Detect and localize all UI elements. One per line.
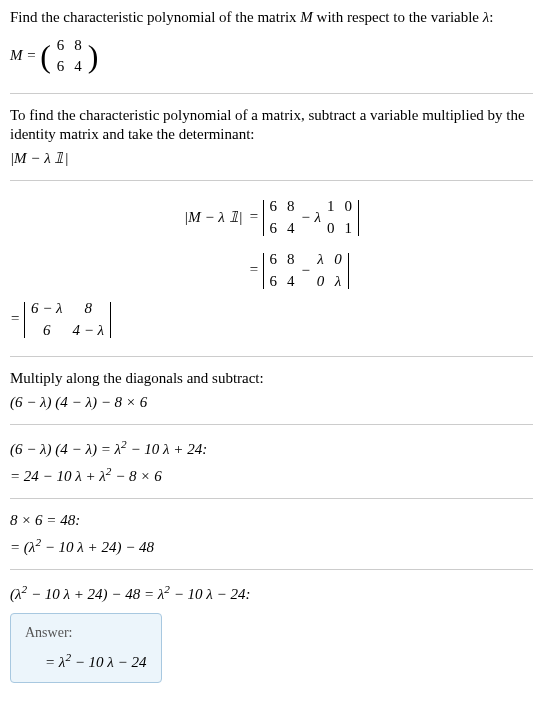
equals: = [249,208,263,224]
section-problem: Find the characteristic polynomial of th… [10,8,533,94]
det-final: 6 − λ 8 6 4 − λ [24,297,111,342]
cell: 4 [287,219,295,239]
matrix-cells: 6 − λ 8 6 4 − λ [25,297,110,342]
cell: 0 [327,219,335,239]
method-text: To find the characteristic polynomial of… [10,106,533,145]
rhs-row1: = 6 8 6 4 − λ 1 0 0 1 [249,193,533,242]
text: − 10 λ + 24) − 48 [41,539,154,555]
expr: (6 − λ) (4 − λ) − 8 × 6 [10,393,533,413]
section-diagonals: Multiply along the diagonals and subtrac… [10,369,533,425]
var-m: M [300,9,313,25]
text: − 10 λ + 24: [127,441,208,457]
cell: 6 [57,57,65,77]
matrix-definition: M = ( 6 8 6 4 ) [10,32,533,81]
text: − 10 λ + 24) − 48 = λ [27,586,164,602]
cell: 8 [287,250,295,270]
matrix-m: ( 6 8 6 4 ) [40,34,98,79]
cell: λ [334,272,342,292]
det-block: 6 8 6 4 − λ 1 0 0 1 [263,195,359,240]
cell: 4 [74,57,82,77]
cell: 1 [327,197,335,217]
matrix-cells: λ 0 0 λ [311,248,348,293]
premise: 8 × 6 = 48: [10,511,533,531]
abs-right-icon [348,253,349,289]
text: = (λ [10,539,35,555]
minus: − [301,261,311,281]
abs-right-icon [110,302,111,338]
result-row: = 6 − λ 8 6 4 − λ [10,295,533,344]
cell: 6 [270,272,278,292]
matrix-cells: 1 0 0 1 [321,195,358,240]
matrix-cells: 6 8 6 4 [264,248,301,293]
text: = 24 − 10 λ + λ [10,468,106,484]
cell: 8 [74,36,82,56]
aligned-equations: |M − λ 𝟙| = 6 8 6 4 − λ 1 0 0 1 [10,193,533,295]
text: with respect to the variable [313,9,483,25]
cell: 4 [287,272,295,292]
cell: 0 [344,197,352,217]
cell: 6 [270,219,278,239]
cell: 1 [344,219,352,239]
equals: = [10,310,24,326]
matrix-cells: 6 8 6 4 [51,34,88,79]
method-expr: |M − λ 𝟙| [10,149,533,169]
eq-lhs: M = [10,46,40,62]
rhs-row2: = 6 8 6 4 − λ 0 0 λ [249,246,533,295]
section-expand-product: (6 − λ) (4 − λ) = λ2 − 10 λ + 24: = 24 −… [10,437,533,499]
lhs: |M − λ 𝟙| [10,208,243,228]
result: = (λ2 − 10 λ + 24) − 48 [10,535,533,558]
answer-content: = λ2 − 10 λ − 24 [25,650,147,673]
section-multiply: 8 × 6 = 48: = (λ2 − 10 λ + 24) − 48 [10,511,533,570]
paren-right-icon: ) [88,40,99,72]
det-block: 6 8 6 4 − λ 0 0 λ [263,248,349,293]
problem-statement: Find the characteristic polynomial of th… [10,8,533,28]
text: − 8 × 6 [111,468,161,484]
section-method: To find the characteristic polynomial of… [10,106,533,182]
answer-box: Answer: = λ2 − 10 λ − 24 [10,613,162,684]
text: − 10 λ − 24: [170,586,251,602]
abs-right-icon [358,200,359,236]
cell: 6 [270,250,278,270]
section-expand: |M − λ 𝟙| = 6 8 6 4 − λ 1 0 0 1 [10,193,533,357]
instruction: Multiply along the diagonals and subtrac… [10,369,533,389]
cell: 6 [57,36,65,56]
text: Find the characteristic polynomial of th… [10,9,300,25]
minus-lambda: − λ [301,208,321,228]
cell: 0 [334,250,342,270]
cell: 6 [270,197,278,217]
text: (6 − λ) (4 − λ) = λ [10,441,121,457]
cell: λ [317,250,325,270]
paren-left-icon: ( [40,40,51,72]
matrix-cells: 6 8 6 4 [264,195,301,240]
cell: 6 [31,321,63,341]
premise: (6 − λ) (4 − λ) = λ2 − 10 λ + 24: [10,437,533,460]
answer-label: Answer: [25,624,147,642]
text: − 10 λ − 24 [71,654,147,670]
cell: 8 [73,299,105,319]
cell: 4 − λ [73,321,105,341]
equals: = [249,261,263,277]
section-final: (λ2 − 10 λ + 24) − 48 = λ2 − 10 λ − 24: … [10,582,533,695]
cell: 0 [317,272,325,292]
result: = 24 − 10 λ + λ2 − 8 × 6 [10,464,533,487]
premise: (λ2 − 10 λ + 24) − 48 = λ2 − 10 λ − 24: [10,582,533,605]
cell: 8 [287,197,295,217]
cell: 6 − λ [31,299,63,319]
text: = λ [45,654,65,670]
colon: : [489,9,493,25]
text: (λ [10,586,22,602]
